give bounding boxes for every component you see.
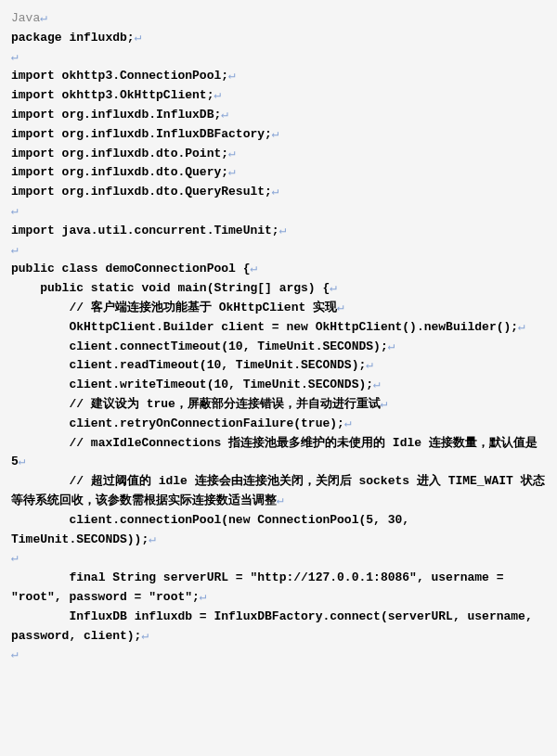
code-line: import org.influxdb.dto.Query; bbox=[11, 165, 228, 179]
newline-icon: ↵ bbox=[40, 11, 47, 25]
newline-icon: ↵ bbox=[337, 301, 344, 314]
newline-icon: ↵ bbox=[19, 455, 26, 468]
newline-icon: ↵ bbox=[330, 281, 337, 295]
code-line: final String serverURL = "http://127.0.0… bbox=[11, 570, 511, 604]
code-line: import org.influxdb.InfluxDB; bbox=[11, 108, 221, 122]
newline-icon: ↵ bbox=[11, 551, 19, 565]
newline-icon: ↵ bbox=[250, 262, 257, 275]
newline-icon: ↵ bbox=[11, 204, 19, 218]
newline-icon: ↵ bbox=[228, 147, 236, 160]
newline-icon: ↵ bbox=[149, 532, 156, 546]
code-line: client.connectTimeout(10, TimeUnit.SECON… bbox=[11, 340, 388, 353]
code-line: import org.influxdb.dto.QueryResult; bbox=[11, 185, 272, 199]
code-line: // maxIdleConnections 指连接池最多维护的未使用的 Idle… bbox=[11, 436, 545, 469]
code-line: public static void main(String[] args) { bbox=[11, 281, 330, 295]
newline-icon: ↵ bbox=[11, 647, 19, 661]
newline-icon: ↵ bbox=[221, 108, 228, 122]
newline-icon: ↵ bbox=[272, 127, 279, 141]
code-block: Java↵ package influxdb;↵ ↵ import okhttp… bbox=[0, 0, 557, 674]
newline-icon: ↵ bbox=[141, 629, 149, 643]
newline-icon: ↵ bbox=[388, 340, 395, 353]
newline-icon: ↵ bbox=[135, 31, 142, 45]
newline-icon: ↵ bbox=[518, 320, 525, 334]
newline-icon: ↵ bbox=[214, 88, 221, 102]
code-line: import org.influxdb.InfluxDBFactory; bbox=[11, 127, 272, 141]
code-line: import org.influxdb.dto.Point; bbox=[11, 147, 228, 160]
language-label: Java bbox=[11, 11, 40, 25]
code-line: import java.util.concurrent.TimeUnit; bbox=[11, 224, 279, 237]
newline-icon: ↵ bbox=[373, 378, 381, 391]
code-line: client.connectionPool(new ConnectionPool… bbox=[11, 513, 417, 546]
newline-icon: ↵ bbox=[279, 224, 287, 237]
code-line: import okhttp3.OkHttpClient; bbox=[11, 88, 214, 102]
newline-icon: ↵ bbox=[381, 397, 388, 411]
code-line: public class demoConnectionPool { bbox=[11, 262, 250, 275]
code-line: // 建议设为 true，屏蔽部分连接错误，并自动进行重试 bbox=[11, 397, 381, 411]
newline-icon: ↵ bbox=[344, 416, 352, 430]
newline-icon: ↵ bbox=[228, 165, 236, 179]
newline-icon: ↵ bbox=[272, 185, 279, 199]
code-line: package influxdb; bbox=[11, 31, 135, 45]
code-content: package influxdb;↵ ↵ import okhttp3.Conn… bbox=[11, 31, 545, 662]
code-line: OkHttpClient.Builder client = new OkHttp… bbox=[11, 320, 518, 334]
newline-icon: ↵ bbox=[11, 243, 19, 257]
code-line: client.retryOnConnectionFailure(true); bbox=[11, 416, 344, 430]
code-line: client.readTimeout(10, TimeUnit.SECONDS)… bbox=[11, 358, 366, 372]
code-line: import okhttp3.ConnectionPool; bbox=[11, 69, 228, 83]
newline-icon: ↵ bbox=[228, 69, 236, 83]
newline-icon: ↵ bbox=[366, 358, 373, 372]
code-line: // 客户端连接池功能基于 OkHttpClient 实现 bbox=[11, 301, 337, 314]
newline-icon: ↵ bbox=[200, 590, 207, 604]
code-line: InfluxDB influxdb = InfluxDBFactory.conn… bbox=[11, 609, 540, 643]
newline-icon: ↵ bbox=[277, 493, 284, 507]
newline-icon: ↵ bbox=[11, 50, 19, 64]
code-line: client.writeTimeout(10, TimeUnit.SECONDS… bbox=[11, 378, 373, 391]
